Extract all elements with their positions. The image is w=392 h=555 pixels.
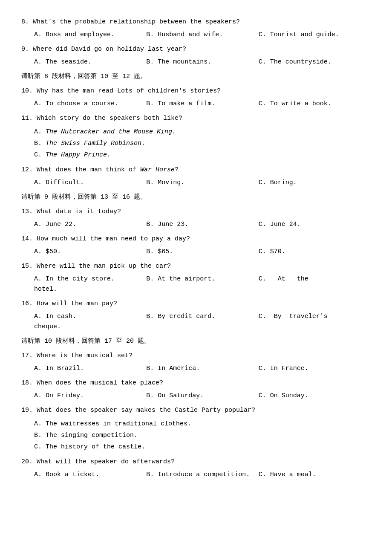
question-20-options: A. Book a ticket. B. Introduce a competi… [21, 470, 371, 480]
q8-option-a: A. Boss and employee. [34, 30, 146, 40]
question-12-options: A. Difficult. B. Moving. C. Boring. [21, 178, 371, 188]
q16-option-a: A. In cash. [34, 312, 146, 322]
question-9: 9. Where did David go on holiday last ye… [21, 44, 371, 67]
q8-option-b: B. Husband and wife. [146, 30, 258, 40]
q12-option-a: A. Difficult. [34, 178, 146, 188]
q9-option-a: A. The seaside. [34, 57, 146, 67]
question-16-text: 16. How will the man pay? [21, 299, 371, 309]
q16-option-c-start: C. By traveler's [259, 312, 371, 322]
q10-option-a: A. To choose a course. [34, 99, 146, 109]
question-9-options: A. The seaside. B. The mountains. C. The… [21, 57, 371, 67]
question-15-options: A. In the city store. B. At the airport.… [21, 274, 371, 295]
question-14-options: A. $50. B. $65. C. $70. [21, 247, 371, 257]
q12-option-c: C. Boring. [259, 178, 371, 188]
question-14-text: 14. How much will the man need to pay a … [21, 234, 371, 244]
question-12: 12. What does the man think of War Horse… [21, 165, 371, 188]
q8-option-c: C. Tourist and guide. [259, 30, 371, 40]
q14-option-a: A. $50. [34, 247, 146, 257]
q20-option-c: C. Have a meal. [259, 470, 371, 480]
q18-option-c: C. On Sunday. [259, 391, 371, 401]
question-11-options: A. The Nutcracker and the Mouse King. B.… [21, 126, 371, 161]
question-11-text: 11. Which story do the speakers both lik… [21, 113, 371, 124]
question-15: 15. Where will the man pick up the car? … [21, 261, 371, 295]
q18-option-a: A. On Friday. [34, 391, 146, 401]
q9-option-b: B. The mountains. [146, 57, 258, 67]
question-13: 13. What date is it today? A. June 22. B… [21, 207, 371, 230]
section-header-10: 请听第 10 段材料，回答第 17 至 20 题。 [21, 336, 371, 347]
question-16: 16. How will the man pay? A. In cash. B.… [21, 299, 371, 332]
q16-option-c-wrap: cheque. [34, 322, 371, 332]
question-19-text: 19. What does the speaker say makes the … [21, 405, 371, 416]
q15-option-c-start: C. At the [259, 274, 371, 284]
question-17: 17. Where is the musical set? A. In Braz… [21, 351, 371, 374]
question-15-text: 15. Where will the man pick up the car? [21, 261, 371, 272]
question-17-options: A. In Brazil. B. In America. C. In Franc… [21, 364, 371, 374]
question-10-options: A. To choose a course. B. To make a film… [21, 99, 371, 109]
question-19: 19. What does the speaker say makes the … [21, 405, 371, 453]
q13-option-c: C. June 24. [259, 220, 371, 230]
question-9-text: 9. Where did David go on holiday last ye… [21, 44, 371, 55]
question-18-text: 18. When does the musical take place? [21, 378, 371, 388]
question-20-text: 20. What will the speaker do afterwards? [21, 457, 371, 467]
q17-option-c: C. In France. [259, 364, 371, 374]
question-14: 14. How much will the man need to pay a … [21, 234, 371, 257]
q16-option-b: B. By credit card. [146, 312, 258, 322]
question-18: 18. When does the musical take place? A.… [21, 378, 371, 401]
q19-option-c: C. The history of the castle. [21, 441, 371, 453]
question-10-text: 10. Why has the man read Lots of childre… [21, 86, 371, 96]
q10-option-c: C. To write a book. [259, 99, 371, 109]
q13-option-a: A. June 22. [34, 220, 146, 230]
question-13-options: A. June 22. B. June 23. C. June 24. [21, 220, 371, 230]
q20-option-b: B. Introduce a competition. [146, 470, 258, 480]
q11-option-b: B. The Swiss Family Robinson. [21, 138, 371, 149]
question-8-text: 8. What's the probable relationship betw… [21, 17, 371, 27]
q14-option-b: B. $65. [146, 247, 258, 257]
question-8: 8. What's the probable relationship betw… [21, 17, 371, 40]
section-header-8: 请听第 8 段材料，回答第 10 至 12 题。 [21, 72, 371, 82]
q10-option-b: B. To make a film. [146, 99, 258, 109]
q17-option-a: A. In Brazil. [34, 364, 146, 374]
q11-option-c: C. The Happy Prince. [21, 149, 371, 161]
q17-option-b: B. In America. [146, 364, 258, 374]
question-13-text: 13. What date is it today? [21, 207, 371, 217]
exam-content: 8. What's the probable relationship betw… [21, 17, 371, 480]
q16-options-row: A. In cash. B. By credit card. C. By tra… [34, 312, 371, 322]
question-19-options: A. The waitresses in traditional clothes… [21, 418, 371, 453]
q14-option-c: C. $70. [259, 247, 371, 257]
q15-option-a: A. In the city store. [34, 274, 146, 284]
question-11: 11. Which story do the speakers both lik… [21, 113, 371, 161]
question-16-options: A. In cash. B. By credit card. C. By tra… [21, 312, 371, 332]
q19-option-b: B. The singing competition. [21, 430, 371, 441]
q15-options-row: A. In the city store. B. At the airport.… [34, 274, 371, 284]
q15-option-c-wrap: hotel. [34, 284, 371, 295]
question-8-options: A. Boss and employee. B. Husband and wif… [21, 30, 371, 40]
q20-option-a: A. Book a ticket. [34, 470, 146, 480]
question-18-options: A. On Friday. B. On Saturday. C. On Sund… [21, 391, 371, 401]
section-header-9: 请听第 9 段材料，回答第 13 至 16 题。 [21, 192, 371, 202]
q15-option-b: B. At the airport. [146, 274, 258, 284]
q11-option-a: A. The Nutcracker and the Mouse King. [21, 126, 371, 138]
q12-option-b: B. Moving. [146, 178, 258, 188]
question-17-text: 17. Where is the musical set? [21, 351, 371, 361]
question-10: 10. Why has the man read Lots of childre… [21, 86, 371, 109]
q13-option-b: B. June 23. [146, 220, 258, 230]
q9-option-c: C. The countryside. [259, 57, 371, 67]
q19-option-a: A. The waitresses in traditional clothes… [21, 418, 371, 430]
question-12-text: 12. What does the man think of War Horse… [21, 165, 371, 175]
q18-option-b: B. On Saturday. [146, 391, 258, 401]
question-20: 20. What will the speaker do afterwards?… [21, 457, 371, 480]
